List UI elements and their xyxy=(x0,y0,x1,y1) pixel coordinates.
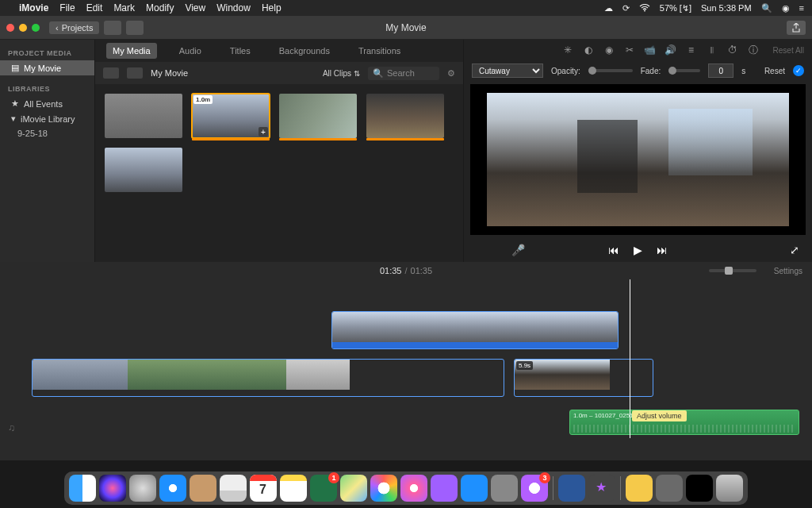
app-name[interactable]: iMovie xyxy=(19,2,48,13)
menu-file[interactable]: File xyxy=(59,2,75,13)
waveform[interactable] xyxy=(573,425,795,433)
dock-podcasts[interactable] xyxy=(431,475,458,502)
import-button[interactable] xyxy=(104,21,121,35)
next-button[interactable]: ⏭ xyxy=(657,244,668,256)
menu-view[interactable]: View xyxy=(185,2,205,13)
projects-back-button[interactable]: ‹ Projects xyxy=(49,21,99,34)
timeline-zoom-slider[interactable] xyxy=(709,269,756,272)
crop-icon[interactable]: ✂ xyxy=(624,44,635,56)
menu-modify[interactable]: Modify xyxy=(146,2,174,13)
dock-folder[interactable] xyxy=(626,475,653,502)
sidebar-item-project[interactable]: ▤ My Movie xyxy=(0,60,94,75)
dock-trash[interactable] xyxy=(716,475,743,502)
list-view-button[interactable] xyxy=(127,67,143,79)
dock-folder[interactable] xyxy=(656,475,683,502)
menu-edit[interactable]: Edit xyxy=(86,2,103,13)
menu-help[interactable]: Help xyxy=(262,2,282,13)
play-button[interactable]: ▶ xyxy=(634,244,642,256)
dock-settings[interactable] xyxy=(491,475,518,502)
audio-clip[interactable]: 1.0m – 101027_0251 Adjust volume xyxy=(569,410,799,435)
fullscreen-icon[interactable]: ⤢ xyxy=(790,244,799,256)
dock-itunes[interactable] xyxy=(400,475,427,502)
user-icon[interactable]: ◉ xyxy=(782,3,790,13)
fade-slider[interactable] xyxy=(668,69,700,72)
auto-enhance-icon[interactable]: ✳ xyxy=(562,44,573,56)
equalizer-icon[interactable]: ⫴ xyxy=(707,44,718,56)
dock-reminders[interactable] xyxy=(220,475,247,502)
clip-thumbnail[interactable] xyxy=(105,94,182,138)
sidebar-item-allevents[interactable]: ★ All Events xyxy=(0,96,94,111)
tab-backgrounds[interactable]: Backgrounds xyxy=(273,43,336,59)
dock-appstore[interactable] xyxy=(461,475,488,502)
clip-audio-lane[interactable] xyxy=(332,342,618,349)
volume-icon[interactable]: 🔊 xyxy=(665,44,676,56)
opacity-slider[interactable] xyxy=(588,69,633,72)
search-input[interactable]: 🔍 Search xyxy=(368,67,439,80)
clip-thumbnail-selected[interactable]: 1.0m + xyxy=(192,94,270,138)
dock-calendar[interactable] xyxy=(250,475,277,502)
overlay-mode-select[interactable]: Cutaway xyxy=(472,64,543,78)
dock-folder[interactable] xyxy=(686,475,713,502)
dock-messages[interactable]: 3 xyxy=(521,475,548,502)
add-to-timeline-button[interactable]: + xyxy=(259,127,268,137)
fade-value[interactable]: 0 xyxy=(708,64,733,78)
prev-button[interactable]: ⏮ xyxy=(608,244,619,256)
tab-mymedia[interactable]: My Media xyxy=(106,43,157,59)
apply-check-icon[interactable]: ✓ xyxy=(793,65,804,76)
cloud-icon[interactable]: ☁ xyxy=(604,3,613,13)
stabilize-icon[interactable]: 📹 xyxy=(645,44,656,56)
share-button[interactable] xyxy=(787,21,806,35)
clip-filter-dropdown[interactable]: All Clips ⇅ xyxy=(323,69,360,78)
dock-excel[interactable]: 1 xyxy=(310,475,337,502)
settings-gear-icon[interactable]: ⚙ xyxy=(447,68,455,79)
speed-icon[interactable]: ⏱ xyxy=(727,44,738,56)
wifi-icon[interactable] xyxy=(639,4,650,12)
window-controls[interactable] xyxy=(6,24,40,32)
clock[interactable]: Sun 5:38 PM xyxy=(701,3,752,13)
timeline-settings-button[interactable]: Settings xyxy=(774,267,802,275)
playhead[interactable] xyxy=(630,279,630,438)
noise-icon[interactable]: ≡ xyxy=(686,44,697,56)
battery-status[interactable]: 57% [↯] xyxy=(660,3,691,13)
cutaway-clip[interactable] xyxy=(331,311,619,349)
reset-all-button[interactable]: Reset All xyxy=(773,46,804,55)
storyline-clip[interactable]: 5.9s xyxy=(514,359,653,397)
dock-word[interactable] xyxy=(558,475,585,502)
preview-canvas[interactable] xyxy=(470,84,806,235)
dock-maps[interactable] xyxy=(340,475,367,502)
dock-finder[interactable] xyxy=(69,475,96,502)
dock-siri[interactable] xyxy=(99,475,126,502)
info-icon[interactable]: ⓘ xyxy=(748,44,759,56)
dock-launchpad[interactable] xyxy=(129,475,156,502)
color-correct-icon[interactable]: ◉ xyxy=(603,44,615,56)
minimize-window-button[interactable] xyxy=(19,24,27,32)
menu-window[interactable]: Window xyxy=(216,2,251,13)
dock-contacts[interactable] xyxy=(190,475,216,502)
dock-safari[interactable] xyxy=(159,475,186,502)
reset-button[interactable]: Reset xyxy=(764,67,785,75)
download-button[interactable] xyxy=(126,21,144,35)
clip-thumbnail[interactable] xyxy=(366,94,444,138)
menu-mark[interactable]: Mark xyxy=(113,2,135,13)
clip-thumbnail[interactable] xyxy=(279,94,357,138)
grid-view-button[interactable] xyxy=(103,67,119,79)
tab-audio[interactable]: Audio xyxy=(173,43,208,59)
timeline-tracks[interactable]: 5.9s 1.0m – 101027_0251 Adjust volume ♫ xyxy=(0,279,812,438)
sidebar-item-library[interactable]: ▾ iMovie Library xyxy=(0,111,94,126)
sidebar-item-event[interactable]: 9-25-18 xyxy=(0,126,94,140)
voiceover-mic-icon[interactable]: 🎤 xyxy=(511,244,525,256)
dock-photos[interactable] xyxy=(370,475,397,502)
zoom-window-button[interactable] xyxy=(32,24,40,32)
tab-titles[interactable]: Titles xyxy=(224,43,257,59)
list-icon[interactable]: ≡ xyxy=(799,3,804,13)
dock-notes[interactable] xyxy=(280,475,307,502)
close-window-button[interactable] xyxy=(6,24,14,32)
spotlight-icon[interactable]: 🔍 xyxy=(761,3,772,13)
dock-imovie[interactable] xyxy=(588,475,615,502)
disclosure-triangle-icon[interactable]: ▾ xyxy=(11,114,16,124)
storyline-clip[interactable] xyxy=(32,359,504,397)
tab-transitions[interactable]: Transitions xyxy=(352,43,407,59)
clip-thumbnail[interactable] xyxy=(105,148,182,192)
color-balance-icon[interactable]: ◐ xyxy=(583,44,594,56)
backup-icon[interactable]: ⟳ xyxy=(622,3,630,13)
